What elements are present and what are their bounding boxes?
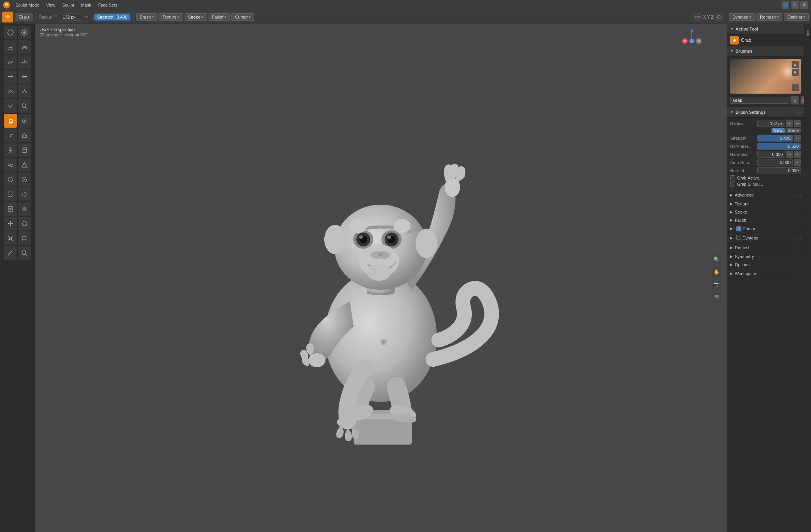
svg-rect-18 bbox=[22, 148, 27, 152]
bs-normal-r-value[interactable]: 0.500 bbox=[757, 143, 801, 150]
prop-edit-icon[interactable]: ⬡ bbox=[715, 13, 723, 21]
mask-brush-tool[interactable] bbox=[4, 173, 17, 186]
brush-settings-header[interactable]: ▼ Brush Settings ··· bbox=[727, 107, 804, 118]
bs-radius-scene-btn[interactable]: Scene bbox=[785, 128, 801, 133]
brush-add-btn[interactable]: + bbox=[792, 84, 799, 91]
elastic-deform-tool[interactable] bbox=[18, 114, 31, 128]
mask-detail-tool[interactable] bbox=[18, 173, 31, 186]
brushes-header[interactable]: ▼ Brushes ··· bbox=[727, 46, 804, 56]
rotate-tool[interactable] bbox=[18, 217, 31, 231]
viewport-gizmo[interactable]: Z X Y bbox=[680, 29, 703, 53]
blender-logo[interactable]: B bbox=[3, 2, 10, 9]
bs-strength-link-btn[interactable]: ⇔ bbox=[794, 135, 801, 142]
flatten-tool[interactable] bbox=[4, 70, 17, 84]
lasso-face-set-tool[interactable] bbox=[18, 202, 31, 216]
symmetry-icon[interactable]: ⟺ bbox=[693, 13, 702, 21]
snake-hook-tool[interactable] bbox=[4, 128, 17, 142]
options-section[interactable]: ▶ Options bbox=[727, 261, 804, 269]
svg-point-77 bbox=[377, 252, 383, 256]
search-tool[interactable] bbox=[18, 246, 31, 260]
dyntopo-dropdown[interactable]: Dyntopo bbox=[729, 13, 755, 21]
multiplane-scrape-tool[interactable] bbox=[18, 84, 31, 98]
draw-tool[interactable] bbox=[4, 26, 17, 39]
cloth-tool[interactable] bbox=[4, 158, 17, 172]
boundary-tool[interactable] bbox=[18, 143, 31, 157]
grid-icon[interactable]: ⊞ bbox=[711, 291, 722, 302]
enhance-tool[interactable] bbox=[18, 55, 31, 69]
brush-nav-up[interactable]: ▲ bbox=[792, 61, 799, 68]
pose-tool[interactable] bbox=[4, 143, 17, 157]
globe-btn[interactable]: 🌐 bbox=[782, 1, 789, 9]
hand-pan-icon[interactable]: ✋ bbox=[711, 267, 722, 277]
scale-tool[interactable] bbox=[4, 231, 17, 245]
options-dropdown[interactable]: Options bbox=[784, 13, 809, 21]
grab-tool[interactable] bbox=[4, 114, 17, 128]
bs-radius-pen-btn[interactable]: ✏ bbox=[786, 120, 793, 127]
menu-face-sets[interactable]: Face Sets bbox=[95, 2, 121, 8]
screen-btn[interactable]: 🖥 bbox=[800, 1, 808, 9]
bs-radius-value[interactable]: 132 px bbox=[757, 120, 785, 127]
transform-tool[interactable] bbox=[18, 231, 31, 245]
brush-nav-down[interactable]: ▼ bbox=[792, 69, 799, 76]
dyntopo-checkbox-icon[interactable] bbox=[736, 235, 741, 241]
grab-tool-btn[interactable]: ✥ bbox=[2, 12, 13, 22]
bs-auto-smo-pen-btn[interactable]: ✏ bbox=[794, 159, 801, 166]
falloff-dropdown[interactable]: Falloff bbox=[209, 13, 230, 21]
layout-btn[interactable]: ⊞ bbox=[791, 1, 799, 9]
brush-dropdown[interactable]: Brush bbox=[136, 13, 157, 21]
box-mask-tool[interactable] bbox=[4, 187, 17, 201]
grab-silhou-checkbox[interactable] bbox=[730, 181, 735, 186]
move-tool[interactable] bbox=[4, 217, 17, 231]
menu-mask[interactable]: Mask bbox=[78, 2, 94, 8]
cursor-dropdown[interactable]: Cursor bbox=[231, 13, 254, 21]
clay-strips-tool[interactable] bbox=[18, 40, 31, 54]
draw-sharp-tool[interactable] bbox=[18, 26, 31, 39]
lasso-mask-tool[interactable] bbox=[18, 187, 31, 201]
menu-sculpt[interactable]: Sculpt bbox=[59, 2, 77, 8]
bs-hardness-arrows-btn[interactable]: ⇔ bbox=[786, 151, 793, 158]
active-tool-header[interactable]: ▼ Active Tool ··· bbox=[727, 24, 804, 34]
texture-dropdown[interactable]: Texture bbox=[159, 13, 183, 21]
stroke-section[interactable]: ▶ Stroke bbox=[727, 208, 804, 216]
symmetry-section[interactable]: ▶ Symmetry bbox=[727, 253, 804, 261]
scrape-tool[interactable] bbox=[4, 84, 17, 98]
camera-icon[interactable]: 📷 bbox=[711, 279, 722, 290]
cursor-section[interactable]: ▶ ✓ Cursor bbox=[727, 224, 804, 233]
stroke-dropdown[interactable]: Stroke bbox=[185, 13, 207, 21]
menu-sculpt-mode[interactable]: Sculpt Mode bbox=[12, 2, 42, 8]
bs-auto-smo-value[interactable]: 0.000 bbox=[757, 159, 793, 166]
grab-active-checkbox[interactable] bbox=[730, 175, 735, 180]
strength-bar[interactable]: Strength 0.400 bbox=[94, 14, 130, 21]
bs-strength-value[interactable]: 0.400 bbox=[757, 135, 793, 142]
pinch-tool[interactable] bbox=[4, 99, 17, 113]
dyntopo-section[interactable]: ▶ Dyntopo ··· bbox=[727, 233, 804, 243]
smooth-tool[interactable] bbox=[4, 55, 17, 69]
menu-view[interactable]: View bbox=[43, 2, 58, 8]
fill-tool[interactable] bbox=[18, 70, 31, 84]
bs-radius-link-btn[interactable]: ⇔ bbox=[794, 120, 801, 127]
workspace-section[interactable]: ▶ Workspace ··· bbox=[727, 269, 804, 279]
box-face-set-tool[interactable] bbox=[4, 202, 17, 216]
svg-point-45 bbox=[22, 251, 26, 255]
texture-section[interactable]: ▶ Texture bbox=[727, 200, 804, 208]
simplify-tool[interactable] bbox=[18, 158, 31, 172]
bs-normal-value[interactable]: 0.000 bbox=[757, 167, 801, 174]
bs-hardness-pen-btn[interactable]: ✏ bbox=[794, 151, 801, 158]
tool-name-label[interactable]: Grab bbox=[15, 13, 33, 21]
annotate-tool[interactable] bbox=[4, 246, 17, 260]
bs-radius-view-btn[interactable]: View bbox=[772, 128, 785, 133]
brush-name-input[interactable] bbox=[730, 97, 789, 104]
remesh-section[interactable]: ▶ Remesh ··· bbox=[727, 243, 804, 253]
remesh-dropdown[interactable]: Remesh bbox=[756, 13, 782, 21]
bs-hardness-value[interactable]: 0.000 bbox=[757, 151, 785, 158]
radius-input[interactable] bbox=[60, 14, 83, 21]
magnify-tool[interactable] bbox=[18, 99, 31, 113]
brush-pin-btn[interactable]: 📌 bbox=[801, 96, 804, 104]
cursor-checkbox-icon[interactable]: ✓ bbox=[736, 226, 741, 231]
advanced-section[interactable]: ▶ Advanced ··· bbox=[727, 190, 804, 200]
zoom-in-icon[interactable]: 🔍 bbox=[711, 254, 722, 265]
falloff-section[interactable]: ▶ Falloff bbox=[727, 216, 804, 224]
thumb-tool[interactable] bbox=[18, 128, 31, 142]
clay-tool[interactable] bbox=[4, 40, 17, 54]
viewport[interactable]: User Perspective (0) suzanne_design4.002… bbox=[35, 24, 727, 532]
